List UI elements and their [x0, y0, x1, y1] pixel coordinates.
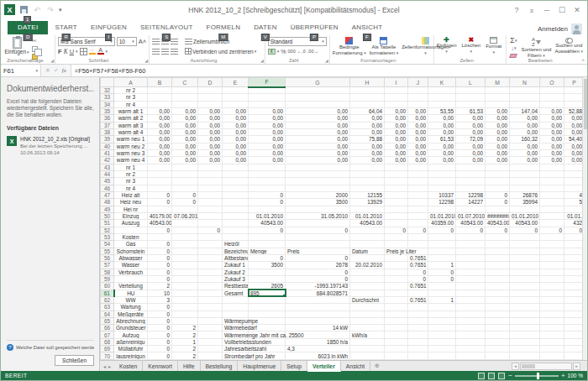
cell-A63[interactable]: Wartung — [114, 304, 148, 311]
zoom-out-button[interactable]: − — [508, 373, 512, 379]
cell-O68[interactable] — [540, 338, 564, 345]
formula-input[interactable]: =F56+F57+F58+F59-F60 — [71, 65, 587, 76]
cell-L52[interactable]: 0 — [456, 227, 486, 233]
cell-P54[interactable] — [564, 241, 585, 248]
cell-L41[interactable]: 0,00 — [456, 149, 486, 156]
cell-L54[interactable] — [456, 241, 486, 248]
cell-C33[interactable] — [172, 94, 198, 101]
cell-C49[interactable] — [172, 206, 198, 212]
cell-M54[interactable] — [486, 241, 510, 248]
cell-O62[interactable] — [540, 296, 564, 303]
cell-H38[interactable]: 0,00 — [350, 128, 385, 135]
underline-button[interactable]: U — [70, 48, 74, 55]
cell-N47[interactable]: 26876 — [510, 191, 540, 198]
cell-F57[interactable]: 3500 — [249, 262, 286, 269]
cell-B59[interactable]: 0 — [148, 275, 172, 282]
find-select-button[interactable]: Suchen undAuswählen ▾ — [554, 37, 583, 55]
cell-A43[interactable]: nr 1 — [114, 164, 148, 170]
conditional-formatting-button[interactable]: BedingteFormatierung ▾ — [333, 37, 366, 56]
cell-O61[interactable] — [540, 290, 564, 296]
cell-I57[interactable] — [385, 262, 408, 269]
cell-I42[interactable]: 0,00 — [385, 157, 408, 164]
cell-E68[interactable]: Vollbetriebsstunden — [223, 338, 249, 345]
cell-N62[interactable] — [510, 296, 540, 303]
cell-G41[interactable]: 0,00 — [286, 149, 350, 156]
cell-B62[interactable]: 3 — [148, 296, 172, 303]
sign-in[interactable]: Anmelden — [538, 23, 587, 34]
cell-B35[interactable]: 0,00 — [148, 107, 172, 114]
row-header-66[interactable]: 66 — [101, 325, 114, 331]
cell-P55[interactable] — [564, 248, 585, 254]
cell-P65[interactable] — [564, 317, 585, 324]
cell-A52[interactable] — [114, 227, 148, 233]
cell-M36[interactable]: 0,00 — [486, 115, 510, 122]
cell-C43[interactable] — [172, 164, 198, 170]
cell-L51[interactable]: 40543.00 — [456, 220, 486, 227]
cell-I38[interactable]: 0,00 — [385, 128, 408, 135]
cell-L38[interactable]: 0,00 — [456, 128, 486, 135]
row-header-69[interactable]: 69 — [101, 346, 114, 352]
cell-K53[interactable] — [428, 233, 456, 240]
cell-P48[interactable]: 5 — [564, 199, 585, 206]
cell-I59[interactable] — [385, 275, 408, 282]
cell-L58[interactable] — [456, 269, 486, 275]
cell-I60[interactable] — [385, 283, 408, 290]
merge-center-button[interactable]: Verbinden und zentrieren▾ — [185, 48, 256, 55]
cell-K33[interactable] — [428, 94, 456, 101]
cell-J50[interactable] — [408, 212, 428, 219]
cell-G59[interactable]: 0 — [286, 275, 350, 282]
cell-I54[interactable] — [385, 241, 408, 248]
cell-J61[interactable] — [408, 290, 428, 296]
cell-F60[interactable]: 2605 — [249, 283, 286, 290]
sheet-tab-hauptmenue[interactable]: Hauptmenue — [238, 361, 281, 371]
cell-F58[interactable] — [249, 269, 286, 275]
cell-F34[interactable] — [249, 101, 286, 107]
cell-A44[interactable]: nr 2 — [114, 170, 148, 177]
cell-A54[interactable]: Gas — [114, 241, 148, 248]
cell-A53[interactable]: Kosten — [114, 233, 148, 240]
cell-N41[interactable]: 0,00 — [510, 149, 540, 156]
cell-K56[interactable] — [428, 254, 456, 261]
column-header-E[interactable]: E — [223, 78, 249, 87]
cell-L61[interactable] — [456, 290, 486, 296]
cell-O44[interactable] — [540, 170, 564, 177]
cell-B60[interactable]: 2 — [148, 283, 172, 290]
chevron-down-icon[interactable]: ▾ — [76, 49, 78, 54]
cell-A70[interactable]: lausreinigun — [114, 352, 148, 360]
column-header-L[interactable]: L — [456, 78, 486, 87]
cell-K68[interactable] — [428, 338, 456, 345]
cell-A48[interactable]: Heiz neu — [114, 199, 148, 206]
cell-I58[interactable] — [385, 269, 408, 275]
cell-H63[interactable] — [350, 304, 385, 311]
cell-K61[interactable] — [428, 290, 456, 296]
cell-P50[interactable]: 01.01. — [564, 212, 585, 219]
row-header-37[interactable]: 37 — [101, 122, 114, 128]
select-all-corner[interactable] — [101, 78, 114, 87]
cell-J58[interactable]: 0 — [408, 269, 428, 275]
row-header-39[interactable]: 39 — [101, 136, 114, 143]
cell-B57[interactable]: 0 — [148, 262, 172, 269]
cell-E33[interactable] — [223, 94, 249, 101]
cell-K66[interactable] — [428, 325, 456, 331]
cell-O41[interactable]: 0,00 — [540, 149, 564, 156]
cell-M45[interactable] — [486, 178, 510, 185]
cell-G35[interactable]: 0,00 — [286, 107, 350, 114]
cell-C63[interactable] — [172, 304, 198, 311]
cell-O37[interactable]: 0,00 — [540, 122, 564, 128]
cell-H39[interactable]: 75,88 — [350, 136, 385, 143]
cell-P33[interactable] — [564, 94, 585, 101]
cell-J39[interactable]: 0,00 — [408, 136, 428, 143]
cell-D45[interactable] — [198, 178, 223, 185]
cell-P63[interactable] — [564, 304, 585, 311]
maximize-button[interactable]: ☐ — [555, 4, 569, 16]
insert-function-icon[interactable]: fx — [62, 67, 66, 74]
sheet-tab-kennwort[interactable]: Kennwort — [143, 361, 178, 371]
cell-A42[interactable]: warm neu 4 — [114, 157, 148, 164]
cell-C45[interactable] — [172, 178, 198, 185]
cell-M56[interactable] — [486, 254, 510, 261]
comma-style-button[interactable]: 000 — [288, 49, 296, 54]
cell-H46[interactable] — [350, 185, 385, 191]
cell-B47[interactable]: 0 — [148, 191, 172, 198]
cell-K42[interactable]: 0,00 — [428, 157, 456, 164]
cell-G53[interactable] — [286, 233, 350, 240]
